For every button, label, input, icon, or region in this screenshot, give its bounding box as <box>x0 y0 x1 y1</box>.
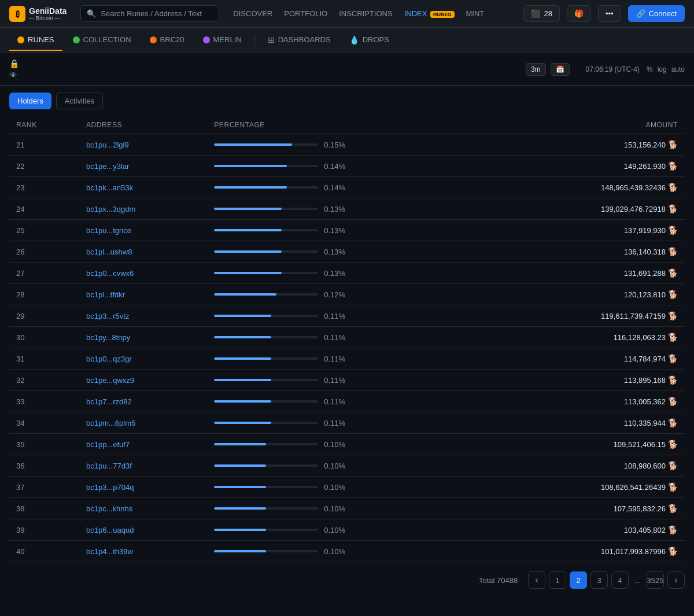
progress-bar <box>214 229 318 231</box>
interval-3m-btn[interactable]: 3m <box>526 63 546 76</box>
tab-dashboards[interactable]: ⊞ DASHBOARDS <box>260 29 339 51</box>
search-bar[interactable]: 🔍 Search Runes / Address / Text <box>80 5 219 22</box>
token-icon: 🐕 <box>668 140 678 149</box>
progress-fill <box>214 357 271 360</box>
nav-discover[interactable]: DISCOVER <box>233 9 272 18</box>
logo-sub: — Bitcoin — <box>29 16 67 21</box>
token-icon: 🐕 <box>668 482 678 492</box>
tab-brc20[interactable]: BRC20 <box>142 29 193 51</box>
last-page-btn[interactable]: 3525 <box>647 571 664 589</box>
amount-value: 116,128,063.23 <box>614 333 666 342</box>
percentage-cell: 0.11% <box>207 305 501 327</box>
progress-fill <box>214 400 271 403</box>
rank-cell: 30 <box>9 327 79 348</box>
percentage-cell: 0.11% <box>207 370 501 391</box>
brc20-tab-icon <box>150 36 157 43</box>
address-link[interactable]: bc1pl...tfdkr <box>86 290 125 299</box>
runes-tab-icon <box>17 36 24 43</box>
nav-portfolio[interactable]: PORTFOLIO <box>284 9 327 18</box>
address-cell: bc1pp...efuf7 <box>79 434 207 455</box>
address-link[interactable]: bc1p4...th39w <box>86 547 133 556</box>
tab-merlin[interactable]: MERLIN <box>195 29 250 51</box>
address-link[interactable]: bc1pu...2lgl9 <box>86 141 129 149</box>
nav-index[interactable]: INDEX RUNES <box>404 9 455 18</box>
table-row: 32bc1pe...qwxz9 0.11% 113,895,168🐕 <box>9 370 685 391</box>
percentage-value: 0.14% <box>324 183 345 192</box>
amount-value: 131,691,288 <box>624 269 666 278</box>
address-cell: bc1p4...th39w <box>79 541 207 562</box>
ellipsis-icon: ••• <box>606 9 614 18</box>
address-link[interactable]: bc1p6...uaqud <box>86 526 134 534</box>
amount-value: 139,029,476.72918 <box>601 205 666 213</box>
rank-cell: 39 <box>9 519 79 541</box>
address-link[interactable]: bc1pm...6plm5 <box>86 419 135 427</box>
page-3-btn[interactable]: 3 <box>590 571 608 589</box>
progress-fill <box>214 208 282 210</box>
nav-mint[interactable]: MINT <box>466 9 485 18</box>
amount-cell: 107,595,832.26🐕 <box>501 498 685 519</box>
next-page-btn[interactable]: › <box>667 571 685 589</box>
connect-icon: 🔗 <box>636 9 645 18</box>
percentage-value: 0.10% <box>324 526 345 534</box>
address-link[interactable]: bc1p0...cvwx6 <box>86 269 134 278</box>
address-link[interactable]: bc1py...8tnpy <box>86 333 130 342</box>
percentage-cell: 0.12% <box>207 284 501 305</box>
progress-fill <box>214 250 282 253</box>
block-count-btn[interactable]: ⬛ 28 <box>523 5 559 22</box>
lock-icon[interactable]: 🔒 <box>9 59 19 68</box>
nav-inscriptions[interactable]: INSCRIPTIONS <box>339 9 392 18</box>
address-cell: bc1pk...an53k <box>79 177 207 198</box>
tab-bar: RUNES COLLECTION BRC20 MERLIN ⊞ DASHBOAR… <box>0 28 694 53</box>
more-options-btn[interactable]: ••• <box>598 5 621 22</box>
address-link[interactable]: bc1p3...p704q <box>86 483 134 492</box>
auto-btn[interactable]: auto <box>671 65 685 73</box>
address-link[interactable]: bc1pu...77d3f <box>86 462 132 470</box>
address-link[interactable]: bc1pe...qwxz9 <box>86 376 134 385</box>
view-icon[interactable]: 👁 <box>9 71 19 80</box>
page-1-btn[interactable]: 1 <box>549 571 566 589</box>
tab-drops[interactable]: 💧 DROPS <box>341 29 397 51</box>
logo[interactable]: ₿ GeniiData — Bitcoin — <box>9 6 67 22</box>
rank-cell: 35 <box>9 434 79 455</box>
tab-separator <box>254 35 255 46</box>
address-link[interactable]: bc1pc...khnhs <box>86 504 132 513</box>
percentage-value: 0.10% <box>324 504 345 513</box>
address-link[interactable]: bc1pk...an53k <box>86 183 133 192</box>
page-2-btn[interactable]: 2 <box>570 571 587 589</box>
address-link[interactable]: bc1pu...tgnce <box>86 226 131 235</box>
address-cell: bc1pe...y3lar <box>79 156 207 177</box>
table-row: 40bc1p4...th39w 0.10% 101,017,993.87996🐕 <box>9 541 685 562</box>
address-link[interactable]: bc1px...3qgdm <box>86 205 135 213</box>
gift-icon-btn[interactable]: 🎁 <box>567 5 591 22</box>
percent-btn[interactable]: % <box>647 65 653 73</box>
percentage-value: 0.14% <box>324 162 345 171</box>
address-link[interactable]: bc1p3...r5vtz <box>86 312 129 320</box>
amount-value: 148,965,439.32436 <box>601 183 666 192</box>
col-rank: RANK <box>9 116 79 134</box>
percentage-cell: 0.10% <box>207 541 501 562</box>
tab-collection[interactable]: COLLECTION <box>65 29 139 51</box>
address-link[interactable]: bc1pl...ushw8 <box>86 248 132 256</box>
progress-fill <box>214 186 287 189</box>
percentage-value: 0.10% <box>324 547 345 556</box>
address-cell: bc1pu...2lgl9 <box>79 134 207 156</box>
calendar-btn[interactable]: 📅 <box>551 63 570 76</box>
rank-cell: 21 <box>9 134 79 156</box>
rank-cell: 24 <box>9 198 79 220</box>
page-4-btn[interactable]: 4 <box>611 571 629 589</box>
address-link[interactable]: bc1p7...rzd82 <box>86 397 132 406</box>
address-link[interactable]: bc1pe...y3lar <box>86 162 129 171</box>
address-link[interactable]: bc1p0...qz3gr <box>86 355 132 363</box>
log-btn[interactable]: log <box>658 65 667 73</box>
activities-button[interactable]: Activities <box>56 93 103 109</box>
prev-page-btn[interactable]: ‹ <box>528 571 545 589</box>
progress-fill <box>214 422 271 424</box>
col-address: ADDRESS <box>79 116 207 134</box>
holders-button[interactable]: Holders <box>9 93 51 109</box>
amount-cell: 110,335,944🐕 <box>501 412 685 434</box>
tab-runes[interactable]: RUNES <box>9 29 62 51</box>
connect-button[interactable]: 🔗 Connect <box>628 5 685 22</box>
address-link[interactable]: bc1pp...efuf7 <box>86 440 130 449</box>
amount-cell: 139,029,476.72918🐕 <box>501 198 685 220</box>
percentage-value: 0.10% <box>324 440 345 449</box>
